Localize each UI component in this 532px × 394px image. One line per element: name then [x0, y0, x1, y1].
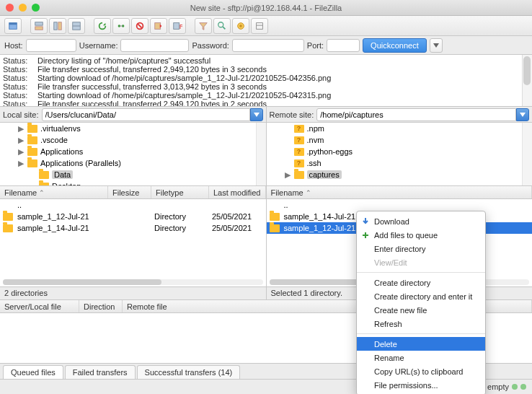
tab-failed[interactable]: Failed transfers [65, 365, 136, 379]
svg-rect-1 [9, 22, 17, 25]
ctx-create-dir[interactable]: Create directory [357, 276, 485, 289]
local-list-header: Filename Filesize Filetype Last modified [0, 186, 267, 199]
ctx-view-edit: View/Edit [357, 255, 485, 269]
host-label: Host: [4, 41, 23, 50]
ctx-permissions[interactable]: File permissions... [357, 378, 485, 392]
svg-rect-14 [174, 22, 179, 29]
add-queue-icon [361, 231, 370, 240]
quickconnect-button[interactable]: Quickconnect [363, 38, 427, 53]
window-title: New site - sftp://pi@192.168.44.1 - File… [0, 4, 532, 12]
remote-list-header: Filename [267, 186, 533, 199]
message-log[interactable]: Status:Directory listing of "/home/pi/ca… [0, 55, 532, 107]
svg-rect-2 [35, 22, 43, 25]
svg-rect-4 [54, 22, 57, 30]
main-toolbar: R [0, 16, 532, 36]
local-tree[interactable]: ▶.virtualenvs▶.vscode▶Applications▶Appli… [0, 123, 267, 185]
remote-site-label: Remote site: [270, 110, 314, 119]
filter-button[interactable] [195, 18, 212, 34]
local-path-input[interactable] [42, 108, 250, 121]
ctx-enter-dir[interactable]: Enter directory [357, 242, 485, 255]
quickconnect-history-button[interactable] [430, 38, 443, 53]
username-label: Username: [79, 41, 118, 50]
ctx-add-queue[interactable]: Add files to queue [357, 228, 485, 242]
col-server[interactable]: Server/Local file [0, 300, 79, 312]
ctx-create-file[interactable]: Create new file [357, 303, 485, 317]
reconnect-button[interactable]: R [169, 18, 186, 34]
tree-item[interactable]: ?.npm [267, 123, 533, 134]
password-input[interactable] [232, 39, 304, 52]
tab-success[interactable]: Successful transfers (14) [137, 365, 241, 379]
window-minimize-button[interactable] [19, 4, 27, 12]
tree-item[interactable]: ▶.vscode [0, 134, 266, 146]
refresh-button[interactable] [94, 18, 111, 34]
toggle-queue-button[interactable] [68, 18, 85, 34]
list-item[interactable]: .. [0, 199, 266, 211]
ctx-delete[interactable]: Delete [357, 337, 485, 351]
host-input[interactable] [26, 39, 76, 52]
site-manager-button[interactable] [4, 18, 22, 34]
svg-point-16 [218, 22, 223, 27]
toggle-log-button[interactable] [30, 18, 48, 34]
search-button[interactable] [251, 18, 268, 34]
remote-path-dropdown[interactable] [516, 108, 529, 121]
cancel-button[interactable] [131, 18, 148, 34]
titlebar: New site - sftp://pi@192.168.44.1 - File… [0, 0, 532, 16]
tree-item[interactable]: ▶captures [267, 169, 533, 180]
remote-path-input[interactable] [316, 108, 516, 121]
col-filetype[interactable]: Filetype [151, 186, 209, 198]
tree-item[interactable]: Desktop [0, 180, 266, 185]
col-modified[interactable]: Last modified [209, 186, 266, 198]
local-site-label: Local site: [3, 110, 39, 119]
tree-item[interactable]: ?.python-eggs [267, 146, 533, 157]
tree-item[interactable]: Data [0, 169, 266, 180]
remote-site-bar: Remote site: [267, 107, 533, 122]
svg-rect-3 [35, 26, 43, 29]
tree-item[interactable]: ?.nvm [267, 134, 533, 146]
window-close-button[interactable] [6, 4, 14, 12]
password-label: Password: [192, 41, 229, 50]
ctx-copy-url[interactable]: Copy URL(s) to clipboard [357, 364, 485, 378]
tree-item[interactable]: ▶.virtualenvs [0, 123, 266, 134]
local-path-dropdown[interactable] [250, 108, 263, 121]
remote-tree[interactable]: ?.npm?.nvm?.python-eggs?.ssh▶captures [267, 123, 533, 185]
disconnect-button[interactable] [150, 18, 167, 34]
list-item[interactable]: .. [267, 199, 533, 211]
svg-rect-13 [155, 22, 161, 29]
ctx-rename[interactable]: Rename [357, 351, 485, 364]
tree-item[interactable]: ▶Applications [0, 146, 266, 157]
quickconnect-bar: Host: Username: Password: Port: Quickcon… [0, 36, 532, 55]
process-queue-button[interactable] [112, 18, 130, 34]
port-label: Port: [307, 41, 324, 50]
col-filename[interactable]: Filename [0, 186, 108, 198]
port-input[interactable] [327, 39, 360, 52]
svg-line-12 [138, 24, 141, 27]
toggle-tree-button[interactable] [49, 18, 66, 34]
window-maximize-button[interactable] [32, 4, 40, 12]
list-item[interactable]: sample_1_14-Jul-21Directory25/05/2021 [0, 222, 266, 234]
ctx-refresh[interactable]: Refresh [357, 317, 485, 330]
tree-item[interactable]: ?.ssh [267, 157, 533, 169]
username-input[interactable] [120, 39, 189, 52]
ctx-create-enter[interactable]: Create directory and enter it [357, 289, 485, 303]
tree-item[interactable]: ▶Applications (Parallels) [0, 157, 266, 169]
svg-point-19 [239, 25, 242, 27]
list-item[interactable]: sample_1_12-Jul-21Directory25/05/2021 [0, 211, 266, 222]
col-filename-remote[interactable]: Filename [267, 186, 533, 198]
ctx-download[interactable]: Download [357, 214, 485, 228]
col-direction[interactable]: Direction [79, 300, 123, 312]
svg-rect-20 [257, 22, 263, 29]
col-filesize[interactable]: Filesize [108, 186, 151, 198]
local-site-bar: Local site: [0, 107, 267, 122]
local-status: 2 directories [0, 287, 267, 300]
svg-text:R: R [179, 22, 182, 30]
tab-queued[interactable]: Queued files [3, 365, 63, 379]
compare-button[interactable] [213, 18, 231, 34]
svg-rect-5 [58, 22, 61, 30]
svg-line-17 [223, 26, 226, 29]
local-file-list[interactable]: ..sample_1_12-Jul-21Directory25/05/2021s… [0, 199, 267, 286]
sync-button[interactable] [232, 18, 249, 34]
context-menu: Download Add files to queue Enter direct… [356, 211, 486, 394]
download-icon [361, 217, 370, 226]
